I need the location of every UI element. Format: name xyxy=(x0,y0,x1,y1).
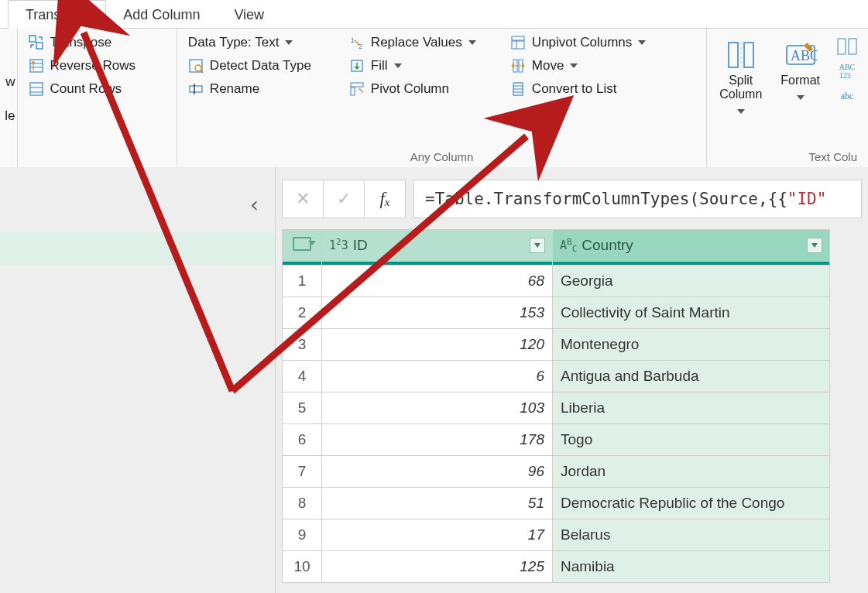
column-header-id-label: ID xyxy=(353,237,368,254)
cmd-detect-data-type[interactable]: Detect Data Type xyxy=(185,57,340,75)
formula-commit-button[interactable]: ✓ xyxy=(324,180,365,218)
extract-icon: ABC123 xyxy=(837,63,857,80)
formula-prefix: = xyxy=(425,190,435,208)
cell-country[interactable]: Collectivity of Saint Martin xyxy=(553,297,830,329)
cell-id[interactable]: 17 xyxy=(322,519,553,551)
cmd-move-label: Move xyxy=(532,58,564,74)
cell-country[interactable]: Montenegro xyxy=(553,329,830,361)
tab-transform[interactable]: Transform xyxy=(8,0,106,29)
table-row[interactable]: 2153Collectivity of Saint Martin xyxy=(283,297,830,329)
svg-rect-33 xyxy=(849,39,856,54)
formula-fx-icon[interactable]: fx xyxy=(365,180,405,218)
cmd-reverse-rows-label: Reverse Rows xyxy=(50,58,136,74)
cell-id[interactable]: 68 xyxy=(322,266,553,297)
svg-rect-27 xyxy=(729,43,738,67)
column-id-filter-icon[interactable] xyxy=(530,238,545,253)
svg-rect-32 xyxy=(838,39,846,54)
table-row[interactable]: 851Democratic Republic of the Congo xyxy=(283,488,830,519)
cmd-extract[interactable]: ABC123 xyxy=(834,61,860,81)
cell-country[interactable]: Liberia xyxy=(553,392,830,424)
data-grid-wrap: 123 ID ABC Country xyxy=(276,229,868,583)
cmd-move[interactable]: Move xyxy=(507,57,685,75)
cmd-pivot-label: Pivot Column xyxy=(371,81,449,97)
cmd-pivot-column[interactable]: Pivot Column xyxy=(346,80,501,98)
cell-id[interactable]: 6 xyxy=(322,361,553,392)
cell-country[interactable]: Belarus xyxy=(553,519,830,551)
table-row[interactable]: 5103Liberia xyxy=(283,392,830,424)
formula-input[interactable]: = Table.TransformColumnTypes (Source,{{ … xyxy=(413,180,862,218)
cmd-fill[interactable]: Fill xyxy=(346,57,501,75)
cmd-split-column-label: Split Column xyxy=(719,74,762,101)
cell-country[interactable]: Georgia xyxy=(553,266,830,297)
cell-country[interactable]: Namibia xyxy=(553,551,830,583)
cell-id[interactable]: 178 xyxy=(322,424,553,456)
formula-str: "ID" xyxy=(787,190,827,208)
cell-id[interactable]: 103 xyxy=(322,392,553,424)
text-type-icon: ABC xyxy=(560,238,577,252)
formula-mid: (Source,{{ xyxy=(689,190,787,208)
svg-text:1: 1 xyxy=(351,36,355,44)
column-country-filter-icon[interactable] xyxy=(807,238,822,253)
cell-id[interactable]: 120 xyxy=(322,329,553,361)
table-row[interactable]: 917Belarus xyxy=(283,519,830,551)
cmd-replace-values-label: Replace Values xyxy=(371,35,462,50)
cell-id[interactable]: 96 xyxy=(322,456,553,488)
row-number: 5 xyxy=(283,392,322,424)
collapse-queries-icon[interactable]: ‹ xyxy=(248,192,261,218)
row-number: 9 xyxy=(283,519,322,551)
formula-cancel-button[interactable]: ✕ xyxy=(283,180,324,218)
group-any-column: Data Type: Text Detect Data Type Rename xyxy=(177,29,707,168)
convert-to-list-icon xyxy=(510,81,526,97)
cell-id[interactable]: 51 xyxy=(322,488,553,519)
formula-fn: Table.TransformColumnTypes xyxy=(435,190,690,208)
cell-country[interactable]: Antigua and Barbuda xyxy=(553,361,830,392)
cmd-unpivot-label: Unpivot Columns xyxy=(532,35,632,50)
cmd-split-column[interactable]: Split Column xyxy=(715,33,767,117)
cell-country[interactable]: Togo xyxy=(553,424,830,456)
cmd-format[interactable]: ABC Format xyxy=(776,33,825,117)
cmd-rename[interactable]: Rename xyxy=(185,80,340,98)
cell-country[interactable]: Democratic Republic of the Congo xyxy=(553,488,830,519)
queries-selection[interactable] xyxy=(0,232,275,265)
group-table-label xyxy=(26,162,169,166)
table-row[interactable]: 3120Montenegro xyxy=(283,329,830,361)
cmd-transpose-label: Transpose xyxy=(50,35,112,50)
tab-add-column[interactable]: Add Column xyxy=(106,1,217,28)
format-icon: ABC xyxy=(784,38,818,72)
column-header-country[interactable]: ABC Country xyxy=(553,230,830,262)
queries-pane: ‹ xyxy=(0,167,276,593)
cell-country[interactable]: Jordan xyxy=(553,456,830,488)
cmd-convert-to-list[interactable]: Convert to List xyxy=(507,80,685,98)
split-column-dropdown-icon xyxy=(737,103,745,117)
row-number: 2 xyxy=(283,297,322,329)
table-row[interactable]: 10125Namibia xyxy=(283,551,830,583)
cmd-count-rows[interactable]: Count Rows xyxy=(26,80,139,98)
cmd-detect-label: Detect Data Type xyxy=(210,58,311,74)
cell-id[interactable]: 153 xyxy=(322,297,553,329)
cmd-transpose[interactable]: Transpose xyxy=(26,33,139,52)
count-rows-icon xyxy=(29,81,44,97)
group-table: Transpose Reverse Rows Count Rows xyxy=(18,29,177,168)
table-row[interactable]: 6178Togo xyxy=(283,424,830,456)
cmd-merge-columns[interactable] xyxy=(834,36,860,57)
grid-corner[interactable] xyxy=(283,230,322,262)
svg-text:ABC: ABC xyxy=(791,48,818,63)
row-number: 3 xyxy=(283,329,322,361)
cmd-replace-values[interactable]: 12 Replace Values xyxy=(346,33,501,52)
cmd-parse[interactable]: abc xyxy=(834,86,860,106)
cmd-reverse-rows[interactable]: Reverse Rows xyxy=(26,57,139,75)
cmd-unpivot-columns[interactable]: Unpivot Columns xyxy=(507,33,685,52)
cell-id[interactable]: 125 xyxy=(322,551,553,583)
tab-view[interactable]: View xyxy=(217,1,281,28)
group-text-column: Split Column ABC Format xyxy=(707,29,868,168)
cmd-rename-label: Rename xyxy=(210,81,259,97)
column-header-id[interactable]: 123 ID xyxy=(322,230,553,262)
table-row[interactable]: 46Antigua and Barbuda xyxy=(283,361,830,392)
table-row[interactable]: 796Jordan xyxy=(283,456,830,488)
cmd-data-type[interactable]: Data Type: Text xyxy=(185,33,340,52)
detect-data-type-icon xyxy=(188,58,204,74)
table-row[interactable]: 168Georgia xyxy=(283,266,830,297)
svg-point-9 xyxy=(195,65,201,71)
formula-buttons: ✕ ✓ fx xyxy=(282,180,406,218)
svg-rect-0 xyxy=(29,36,36,42)
